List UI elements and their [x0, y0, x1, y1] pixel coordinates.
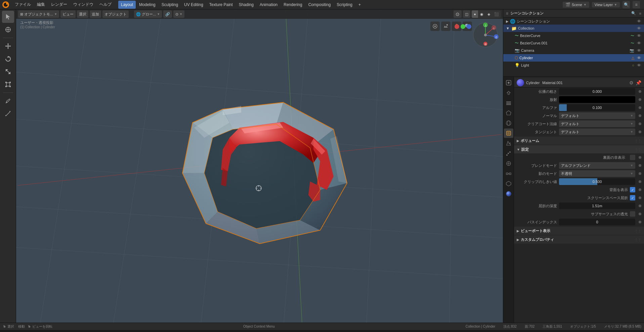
prop-dot-show-backface[interactable]	[639, 188, 641, 191]
prop-tab-modifiers[interactable]	[504, 139, 513, 148]
beziercurve001-eye[interactable]: 👁	[637, 41, 641, 46]
tab-sculpting[interactable]: Sculpting	[159, 1, 181, 9]
prop-value-blend-mode[interactable]: アルファブレンド ▼	[559, 162, 635, 169]
prop-value-alpha[interactable]: 0.100	[559, 104, 635, 111]
shading-solid-btn[interactable]: ●	[472, 10, 478, 18]
checkbox-ssr[interactable]: ✓	[630, 195, 635, 200]
menu-file[interactable]: ファイル	[12, 1, 34, 9]
scene-collection-triangle[interactable]: ▶	[506, 20, 509, 23]
prop-dot-emission[interactable]	[639, 98, 641, 101]
transform-orientation[interactable]: 🌐 グロー... ▼	[134, 10, 162, 18]
outliner-item-beziercurve001[interactable]: 〜 BezierCurve.001 〜 👁	[503, 39, 644, 47]
prop-tab-material[interactable]	[504, 189, 513, 198]
outliner-item-camera[interactable]: 📷 Camera 📷 👁	[503, 47, 644, 54]
prop-tab-data[interactable]	[504, 179, 513, 188]
prop-tab-viewlayer[interactable]	[504, 98, 513, 108]
view-menu[interactable]: ビュー	[60, 10, 76, 18]
tool-move[interactable]	[2, 40, 14, 52]
mode-menu[interactable]: ⊞ オブジェクトモ... ▼	[18, 10, 59, 18]
outliner-item-collection[interactable]: ▼ 📁 Collection 👁	[503, 25, 644, 32]
prop-dot-denoise[interactable]	[639, 90, 641, 93]
search-button[interactable]: 🔍	[622, 1, 630, 8]
checkbox-sss-translucency[interactable]	[630, 211, 635, 217]
tab-modeling[interactable]: Modeling	[136, 1, 158, 9]
prop-value-clearcoat[interactable]: デフォルト ▼	[559, 120, 635, 127]
outliner-item-light[interactable]: 💡 Light ○ 👁	[503, 62, 644, 69]
viewport-area[interactable]: ⊞ オブジェクトモ... ▼ ビュー 選択 追加 オブジェクト 🌐 グロー...…	[16, 9, 503, 323]
section-viewport-display[interactable]: ▶ ビューポート表示 ⋮⋮	[514, 227, 644, 235]
tool-annotate[interactable]	[2, 95, 14, 107]
prop-dot-sss-translucency[interactable]	[639, 213, 641, 215]
tab-animation[interactable]: Animation	[257, 1, 280, 9]
filter-button[interactable]: ≡	[633, 1, 640, 8]
prop-tab-render[interactable]	[504, 78, 513, 87]
prop-dot-pass-index[interactable]	[639, 221, 641, 223]
outliner-search-icon[interactable]: 🔍	[631, 11, 636, 15]
viewport-overlay-btn[interactable]: ⊙	[454, 10, 462, 18]
checkbox-show-backface[interactable]: ✓	[630, 187, 635, 192]
light-eye[interactable]: 👁	[637, 63, 641, 68]
prop-tab-particles[interactable]	[504, 149, 513, 158]
prop-value-denoise[interactable]: 0.000	[559, 88, 635, 95]
scene-3d[interactable]: ユーザー・透視投影 (1) Collection | Cylinder	[16, 9, 503, 323]
tool-transform[interactable]	[2, 78, 14, 90]
tab-shading[interactable]: Shading	[236, 1, 256, 9]
material-pin-icon[interactable]: 📌	[636, 80, 641, 85]
outliner-item-cylinder[interactable]: ⬡ Cylinder △ 👁	[503, 54, 644, 62]
tab-layout[interactable]: Layout	[118, 1, 136, 9]
prop-value-clip-threshold[interactable]: 0.500	[559, 178, 635, 185]
prop-value-normal[interactable]: デフォルト ▼	[559, 112, 635, 119]
prop-value-refraction-depth[interactable]: 1.51m	[559, 202, 635, 209]
tab-texture-paint[interactable]: Texture Paint	[207, 1, 235, 9]
render-btn[interactable]	[441, 22, 450, 31]
tool-measure[interactable]	[2, 108, 14, 120]
prop-dot-clip-threshold[interactable]	[639, 180, 641, 183]
cylinder-eye[interactable]: 👁	[637, 56, 641, 61]
prop-value-emission[interactable]	[559, 96, 635, 103]
tab-scripting[interactable]: Scripting	[334, 1, 355, 9]
prop-dot-blend-mode[interactable]	[639, 164, 641, 167]
tab-uv-editing[interactable]: UV Editing	[181, 1, 206, 9]
section-settings[interactable]: ▼ 設定 ⋮⋮	[514, 145, 644, 153]
tool-rotate[interactable]	[2, 53, 14, 65]
prop-value-shadow-mode[interactable]: 不透明 ▼	[559, 170, 635, 177]
snap-button[interactable]: 🔗	[163, 10, 172, 18]
nav-gizmo[interactable]: 前 上 右 上	[472, 22, 499, 49]
add-menu[interactable]: 追加	[90, 10, 101, 18]
prop-dot-tangent[interactable]	[639, 131, 641, 133]
object-menu[interactable]: オブジェクト	[102, 10, 129, 18]
section-custom-properties[interactable]: ▶ カスタムプロパティ ⋮⋮	[514, 235, 644, 244]
tool-select[interactable]	[2, 11, 14, 23]
menu-edit[interactable]: 編集	[34, 1, 48, 9]
menu-window[interactable]: ウィンドウ	[71, 1, 96, 9]
prop-dot-clearcoat[interactable]	[639, 122, 641, 125]
tab-compositing[interactable]: Compositing	[306, 1, 334, 9]
prop-dot-refraction-depth[interactable]	[639, 205, 641, 207]
prop-dot-normal[interactable]	[639, 114, 641, 117]
outliner-item-beziercurve[interactable]: 〜 BezierCurve 〜 👁	[503, 32, 644, 39]
menu-help[interactable]: ヘルプ	[97, 1, 114, 9]
section-volume[interactable]: ▶ ボリューム ⋮⋮	[514, 137, 644, 145]
material-settings-icon[interactable]: ⚙	[629, 80, 634, 85]
xray-btn[interactable]: ◫	[463, 10, 470, 18]
prop-dot-ssr[interactable]	[639, 196, 641, 199]
tab-rendering[interactable]: Rendering	[281, 1, 305, 9]
prop-tab-physics[interactable]	[504, 159, 513, 168]
tool-scale[interactable]	[2, 66, 14, 78]
collection-expand-icon[interactable]: ▼	[506, 26, 510, 30]
view-layer-selector[interactable]: View Layer ▼	[592, 2, 620, 7]
scene-eye-icon[interactable]: 👁	[637, 19, 641, 24]
outliner-filter-btn[interactable]: ≡	[639, 11, 641, 15]
prop-tab-output[interactable]	[504, 88, 513, 98]
prop-tab-world[interactable]	[504, 118, 513, 128]
scene-selector[interactable]: 🎬 Scene ▼	[563, 2, 589, 8]
proportional-button[interactable]: ⊙ ▼	[173, 10, 184, 18]
add-workspace-button[interactable]: +	[356, 1, 363, 9]
prop-value-pass-index[interactable]: 0	[559, 219, 635, 225]
prop-tab-constraints[interactable]	[504, 169, 513, 178]
shading-rendered-btn[interactable]: ◈	[485, 10, 492, 18]
camera-eye[interactable]: 👁	[637, 48, 641, 53]
select-menu[interactable]: 選択	[77, 10, 88, 18]
prop-value-tangent[interactable]: デフォルト ▼	[559, 128, 635, 135]
camera-persp-btn[interactable]	[430, 22, 440, 31]
